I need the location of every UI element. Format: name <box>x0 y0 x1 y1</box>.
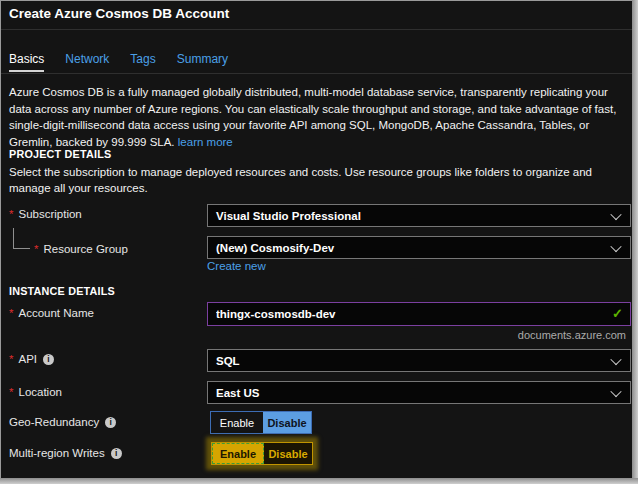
account-name-input[interactable] <box>207 302 631 326</box>
learn-more-link[interactable]: learn more <box>178 136 233 148</box>
resource-group-value: (New) Cosmosify-Dev <box>216 242 334 254</box>
screenshot-border-top <box>0 0 638 1</box>
multi-region-writes-disable-button[interactable]: Disable <box>264 443 312 464</box>
geo-redundancy-disable-button[interactable]: Disable <box>263 412 311 433</box>
screenshot-shadow-right <box>632 0 638 484</box>
subscription-label: * Subscription <box>9 208 82 220</box>
tree-connector-horizontal <box>13 248 30 249</box>
tab-summary[interactable]: Summary <box>177 52 228 72</box>
account-name-domain-suffix: documents.azure.com <box>518 329 626 341</box>
resource-group-label: * Resource Group <box>34 243 128 255</box>
page-title: Create Azure Cosmos DB Account <box>9 6 229 21</box>
location-label: * Location <box>9 386 62 398</box>
multi-region-writes-toggle: Enable Disable <box>211 442 313 465</box>
resource-group-dropdown[interactable]: (New) Cosmosify-Dev <box>207 236 631 259</box>
title-divider <box>1 29 632 30</box>
chevron-down-icon <box>610 240 621 251</box>
api-label: * API i <box>9 353 54 365</box>
service-description: Azure Cosmos DB is a fully managed globa… <box>9 84 629 150</box>
tab-bar: Basics Network Tags Summary <box>9 52 228 72</box>
screenshot-shadow-bottom <box>0 478 638 484</box>
multi-region-writes-label: Multi-region Writes i <box>9 447 122 459</box>
required-asterisk: * <box>9 353 13 365</box>
location-value: East US <box>216 387 259 399</box>
create-cosmosdb-blade: Create Azure Cosmos DB Account Basics Ne… <box>0 0 638 484</box>
api-value: SQL <box>216 355 240 367</box>
required-asterisk: * <box>9 208 13 220</box>
required-asterisk: * <box>9 307 13 319</box>
chevron-down-icon <box>610 353 621 364</box>
tab-basics[interactable]: Basics <box>9 52 44 72</box>
subscription-value: Visual Studio Professional <box>216 210 361 222</box>
chevron-down-icon <box>610 385 621 396</box>
create-new-link[interactable]: Create new <box>207 260 266 272</box>
chevron-down-icon <box>610 208 621 219</box>
api-dropdown[interactable]: SQL <box>207 349 631 372</box>
tab-divider <box>1 73 632 74</box>
screenshot-border-left <box>0 0 1 484</box>
multi-region-writes-enable-button[interactable]: Enable <box>212 443 264 464</box>
valid-checkmark-icon: ✓ <box>612 306 623 321</box>
location-dropdown[interactable]: East US <box>207 381 631 404</box>
geo-redundancy-toggle: Enable Disable <box>210 411 312 434</box>
required-asterisk: * <box>9 386 13 398</box>
project-details-description: Select the subscription to manage deploy… <box>9 164 615 196</box>
geo-redundancy-label: Geo-Redundancy i <box>9 416 116 428</box>
subscription-dropdown[interactable]: Visual Studio Professional <box>207 204 631 227</box>
instance-details-heading: INSTANCE DETAILS <box>9 285 115 297</box>
info-icon[interactable]: i <box>43 354 54 365</box>
info-icon[interactable]: i <box>105 417 116 428</box>
account-name-label: * Account Name <box>9 307 94 319</box>
info-icon[interactable]: i <box>111 448 122 459</box>
tab-network[interactable]: Network <box>65 52 109 72</box>
tree-connector-vertical <box>13 228 14 249</box>
geo-redundancy-enable-button[interactable]: Enable <box>211 412 263 433</box>
required-asterisk: * <box>34 243 38 255</box>
tab-tags[interactable]: Tags <box>130 52 155 72</box>
service-description-text: Azure Cosmos DB is a fully managed globa… <box>9 86 616 148</box>
project-details-heading: PROJECT DETAILS <box>9 148 111 160</box>
